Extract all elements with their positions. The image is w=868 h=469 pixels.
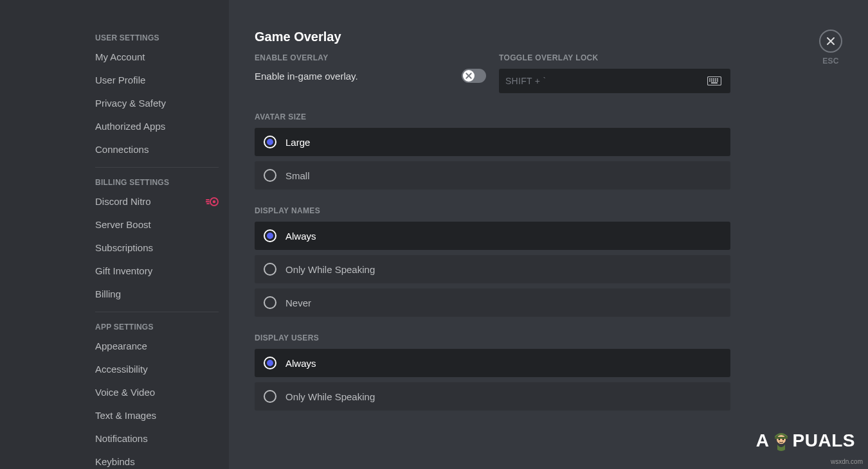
settings-sidebar: USER SETTINGSMy AccountUser ProfilePriva… bbox=[0, 0, 229, 469]
svg-rect-7 bbox=[717, 78, 718, 80]
sidebar-item-label: Accessibility bbox=[95, 364, 148, 375]
radio-label: Only While Speaking bbox=[285, 391, 375, 402]
sidebar-item-label: Appearance bbox=[95, 341, 147, 352]
close-icon bbox=[465, 72, 473, 80]
radio-circle bbox=[264, 169, 276, 182]
svg-rect-12 bbox=[717, 80, 718, 82]
radio-label: Small bbox=[285, 170, 310, 181]
svg-rect-9 bbox=[711, 80, 712, 82]
toggle-knob bbox=[463, 70, 475, 82]
svg-rect-11 bbox=[715, 80, 716, 82]
page-title: Game Overlay bbox=[255, 30, 730, 44]
display-names-option[interactable]: Only While Speaking bbox=[255, 255, 730, 283]
sidebar-item-label: Subscriptions bbox=[95, 242, 153, 254]
radio-label: Only While Speaking bbox=[285, 264, 375, 275]
sidebar-item-notifications[interactable]: Notifications bbox=[89, 428, 225, 450]
keybind-input[interactable]: SHIFT + ` bbox=[499, 69, 730, 93]
enable-overlay-toggle[interactable] bbox=[462, 69, 486, 83]
keybind-value: SHIFT + ` bbox=[505, 76, 546, 86]
sidebar-item-text-images[interactable]: Text & Images bbox=[89, 405, 225, 427]
sidebar-item-subscriptions[interactable]: Subscriptions bbox=[89, 237, 225, 259]
sidebar-item-label: Billing bbox=[95, 288, 121, 300]
keyboard-icon bbox=[705, 74, 724, 88]
avatar-size-label: AVATAR SIZE bbox=[255, 112, 730, 121]
esc-label: ESC bbox=[822, 57, 838, 66]
sidebar-item-authorized-apps[interactable]: Authorized Apps bbox=[89, 116, 225, 137]
sidebar-item-label: Privacy & Safety bbox=[95, 98, 166, 109]
radio-dot bbox=[267, 233, 273, 239]
sidebar-item-label: Server Boost bbox=[95, 219, 151, 231]
sidebar-item-label: Voice & Video bbox=[95, 387, 155, 398]
avatar-size-option[interactable]: Small bbox=[255, 161, 730, 190]
display-users-option[interactable]: Always bbox=[255, 349, 730, 377]
display-names-option[interactable]: Never bbox=[255, 288, 730, 317]
sidebar-item-label: Connections bbox=[95, 144, 149, 155]
svg-rect-8 bbox=[709, 80, 710, 82]
radio-circle bbox=[264, 263, 276, 276]
radio-circle bbox=[264, 357, 276, 369]
enable-overlay-text: Enable in-game overlay. bbox=[255, 71, 358, 82]
sidebar-item-label: Gift Inventory bbox=[95, 265, 152, 277]
sidebar-divider bbox=[95, 167, 219, 168]
sidebar-section-title: BILLING SETTINGS bbox=[89, 174, 225, 191]
radio-dot bbox=[267, 360, 273, 366]
avatar-size-option[interactable]: Large bbox=[255, 128, 730, 156]
radio-dot bbox=[267, 139, 273, 145]
radio-circle bbox=[264, 390, 276, 403]
sidebar-item-label: User Profile bbox=[95, 75, 145, 86]
sidebar-item-discord-nitro[interactable]: Discord Nitro bbox=[89, 191, 225, 213]
sidebar-item-gift-inventory[interactable]: Gift Inventory bbox=[89, 260, 225, 282]
radio-label: Large bbox=[285, 137, 310, 148]
sidebar-item-label: Keybinds bbox=[95, 456, 135, 468]
sidebar-item-billing[interactable]: Billing bbox=[89, 283, 225, 305]
display-users-option[interactable]: Only While Speaking bbox=[255, 382, 730, 411]
sidebar-item-keybinds[interactable]: Keybinds bbox=[89, 451, 225, 469]
svg-rect-4 bbox=[711, 78, 712, 80]
sidebar-item-my-account[interactable]: My Account bbox=[89, 46, 225, 68]
watermark: wsxdn.com bbox=[831, 458, 863, 465]
sidebar-item-accessibility[interactable]: Accessibility bbox=[89, 358, 225, 380]
display-names-group: DISPLAY NAMES AlwaysOnly While SpeakingN… bbox=[255, 206, 730, 317]
svg-rect-13 bbox=[711, 82, 718, 84]
sidebar-section-title: APP SETTINGS bbox=[89, 319, 225, 335]
enable-overlay-label: ENABLE OVERLAY bbox=[255, 53, 486, 62]
sidebar-item-label: Discord Nitro bbox=[95, 196, 151, 208]
display-names-option[interactable]: Always bbox=[255, 222, 730, 250]
sidebar-item-appearance[interactable]: Appearance bbox=[89, 335, 225, 357]
sidebar-item-label: Text & Images bbox=[95, 410, 156, 421]
svg-rect-5 bbox=[713, 78, 714, 80]
sidebar-divider bbox=[95, 312, 219, 312]
display-names-label: DISPLAY NAMES bbox=[255, 206, 730, 215]
svg-rect-10 bbox=[713, 80, 714, 82]
close-button[interactable] bbox=[819, 30, 842, 53]
sidebar-item-label: Notifications bbox=[95, 433, 148, 445]
avatar-size-group: AVATAR SIZE LargeSmall bbox=[255, 112, 730, 190]
svg-rect-3 bbox=[709, 78, 710, 80]
close-icon bbox=[826, 36, 836, 46]
radio-label: Never bbox=[285, 297, 311, 308]
sidebar-item-privacy-safety[interactable]: Privacy & Safety bbox=[89, 93, 225, 114]
display-users-group: DISPLAY USERS AlwaysOnly While Speaking bbox=[255, 333, 730, 411]
sidebar-item-server-boost[interactable]: Server Boost bbox=[89, 214, 225, 236]
sidebar-item-connections[interactable]: Connections bbox=[89, 139, 225, 161]
sidebar-section-title: USER SETTINGS bbox=[89, 30, 225, 46]
nitro-icon bbox=[206, 197, 219, 206]
display-users-label: DISPLAY USERS bbox=[255, 333, 730, 342]
sidebar-item-label: Authorized Apps bbox=[95, 121, 165, 132]
close-button-wrap: ESC bbox=[819, 30, 842, 66]
radio-label: Always bbox=[285, 231, 316, 242]
sidebar-item-label: My Account bbox=[95, 51, 145, 63]
sidebar-item-user-profile[interactable]: User Profile bbox=[89, 69, 225, 91]
radio-circle bbox=[264, 296, 276, 309]
radio-circle bbox=[264, 229, 276, 242]
radio-circle bbox=[264, 136, 276, 148]
sidebar-item-voice-video[interactable]: Voice & Video bbox=[89, 382, 225, 403]
toggle-overlay-lock-label: TOGGLE OVERLAY LOCK bbox=[499, 53, 730, 62]
svg-rect-6 bbox=[715, 78, 716, 80]
svg-point-1 bbox=[213, 200, 216, 204]
radio-label: Always bbox=[285, 358, 316, 369]
settings-content: Game Overlay ENABLE OVERLAY Enable in-ga… bbox=[229, 0, 868, 469]
